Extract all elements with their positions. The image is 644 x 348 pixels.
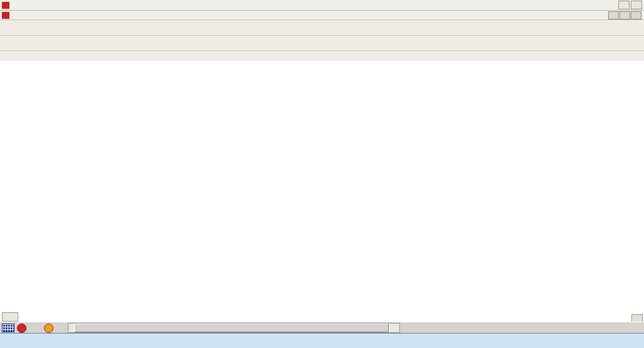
app-logo-icon bbox=[2, 2, 9, 9]
title-bar bbox=[0, 0, 644, 11]
mdi-minimize-button[interactable] bbox=[608, 11, 619, 19]
status-bar bbox=[0, 322, 644, 334]
drawing-toolbar bbox=[0, 51, 644, 62]
menu-bar bbox=[0, 11, 644, 20]
panel-toggle-button[interactable] bbox=[2, 312, 18, 322]
app-window bbox=[0, 0, 644, 348]
nav-toolbar bbox=[0, 36, 644, 51]
chart-area bbox=[0, 61, 644, 322]
scroll-left-arrow[interactable] bbox=[69, 324, 74, 331]
scroll-right-arrow[interactable] bbox=[394, 324, 399, 331]
sh-index-icon[interactable] bbox=[17, 324, 26, 333]
keyboard-icon[interactable] bbox=[2, 324, 14, 332]
main-toolbar bbox=[0, 20, 644, 36]
close-button[interactable] bbox=[631, 1, 642, 9]
mdi-logo-icon bbox=[2, 12, 9, 19]
mdi-close-button[interactable] bbox=[631, 11, 641, 19]
restore-button[interactable] bbox=[618, 1, 630, 9]
candlestick-chart bbox=[0, 61, 644, 322]
horizontal-scrollbar[interactable] bbox=[68, 323, 400, 333]
sz-index-icon[interactable] bbox=[44, 324, 53, 333]
scrollbar-thumb[interactable] bbox=[74, 324, 389, 332]
gann-quote-bar bbox=[0, 333, 644, 348]
mdi-restore-button[interactable] bbox=[619, 11, 630, 19]
